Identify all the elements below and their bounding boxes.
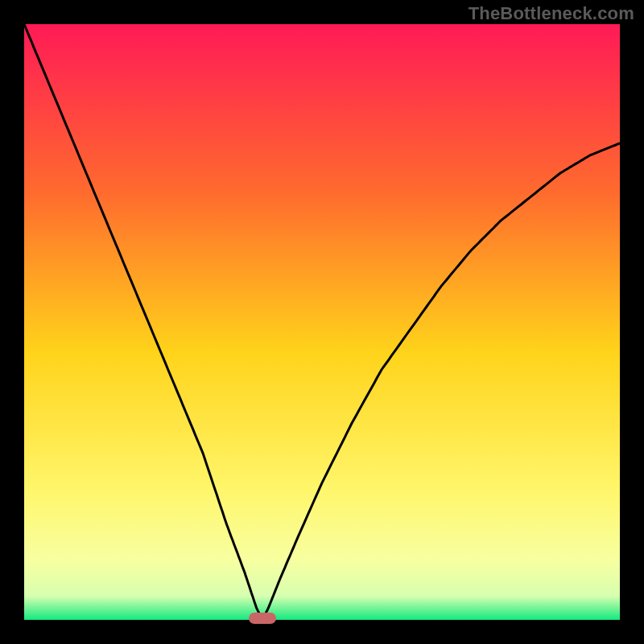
watermark-text: TheBottleneck.com	[469, 3, 634, 24]
minimum-marker	[249, 613, 276, 624]
bottleneck-chart	[0, 0, 644, 644]
chart-frame: TheBottleneck.com	[0, 0, 644, 644]
plot-background	[24, 24, 620, 620]
